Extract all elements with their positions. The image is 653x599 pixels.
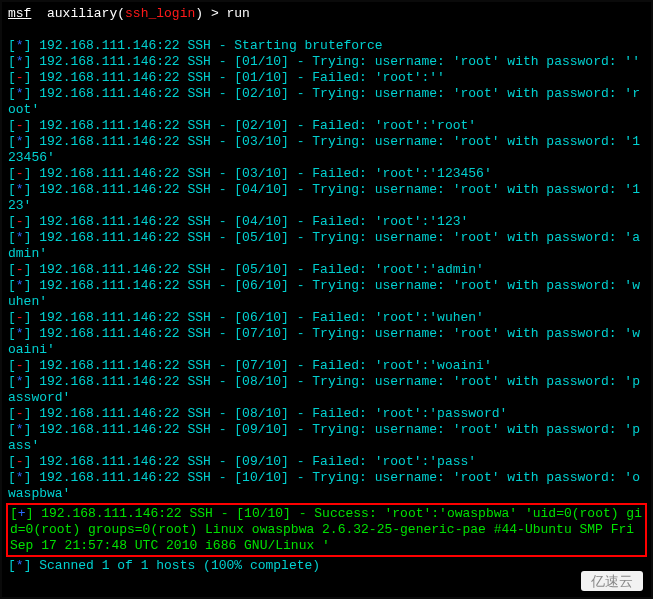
log-try: [*] 192.168.111.146:22 SSH - [01/10] - T… — [8, 54, 645, 70]
success-highlight: [+] 192.168.111.146:22 SSH - [10/10] - S… — [6, 503, 647, 557]
log-fail: [-] 192.168.111.146:22 SSH - [03/10] - F… — [8, 166, 645, 182]
log-fail: [-] 192.168.111.146:22 SSH - [01/10] - F… — [8, 70, 645, 86]
log-try: [*] 192.168.111.146:22 SSH - [08/10] - T… — [8, 374, 645, 406]
log-fail: [-] 192.168.111.146:22 SSH - [05/10] - F… — [8, 262, 645, 278]
command-input: run — [227, 6, 250, 21]
prompt-line: msf auxiliary(ssh_login) > run — [8, 6, 645, 22]
log-try: [*] 192.168.111.146:22 SSH - [06/10] - T… — [8, 278, 645, 310]
log-scanned: [*] Scanned 1 of 1 hosts (100% complete) — [8, 558, 645, 574]
log-success: [+] 192.168.111.146:22 SSH - [10/10] - S… — [10, 506, 643, 554]
log-try: [*] 192.168.111.146:22 SSH - [04/10] - T… — [8, 182, 645, 214]
aux-label: auxiliary( — [47, 6, 125, 21]
log-fail: [-] 192.168.111.146:22 SSH - [04/10] - F… — [8, 214, 645, 230]
module-name: ssh_login — [125, 6, 195, 21]
log-fail: [-] 192.168.111.146:22 SSH - [09/10] - F… — [8, 454, 645, 470]
output-area: [*] 192.168.111.146:22 SSH - Starting br… — [8, 38, 645, 574]
watermark: 亿速云 — [581, 571, 643, 591]
log-try: [*] 192.168.111.146:22 SSH - [10/10] - T… — [8, 470, 645, 502]
terminal-window[interactable]: msf auxiliary(ssh_login) > run [*] 192.1… — [0, 0, 653, 599]
log-try: [*] 192.168.111.146:22 SSH - [02/10] - T… — [8, 86, 645, 118]
log-start: [*] 192.168.111.146:22 SSH - Starting br… — [8, 38, 645, 54]
log-try: [*] 192.168.111.146:22 SSH - [09/10] - T… — [8, 422, 645, 454]
log-try: [*] 192.168.111.146:22 SSH - [07/10] - T… — [8, 326, 645, 358]
log-fail: [-] 192.168.111.146:22 SSH - [02/10] - F… — [8, 118, 645, 134]
log-try: [*] 192.168.111.146:22 SSH - [03/10] - T… — [8, 134, 645, 166]
log-try: [*] 192.168.111.146:22 SSH - [05/10] - T… — [8, 230, 645, 262]
msf-label: msf — [8, 6, 31, 21]
log-fail: [-] 192.168.111.146:22 SSH - [06/10] - F… — [8, 310, 645, 326]
log-fail: [-] 192.168.111.146:22 SSH - [08/10] - F… — [8, 406, 645, 422]
log-fail: [-] 192.168.111.146:22 SSH - [07/10] - F… — [8, 358, 645, 374]
blank-line — [8, 22, 645, 38]
